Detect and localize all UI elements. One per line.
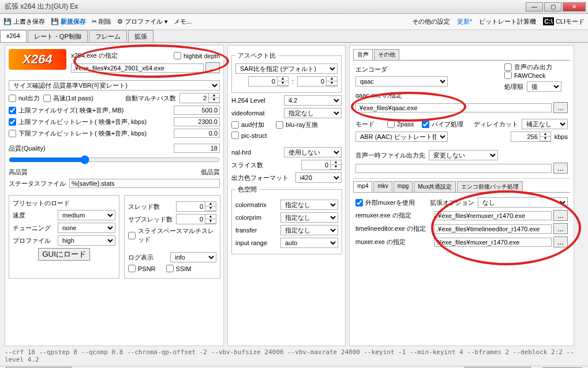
cli-mode-link[interactable]: C:\ CLIモード [543, 17, 585, 26]
minimize-button[interactable]: — [526, 2, 543, 12]
thread-stepper[interactable]: ▴▾ [176, 201, 216, 212]
stats-label: ステータスファイル [9, 179, 66, 188]
nul-output-checkbox[interactable]: nul出力 [9, 94, 40, 103]
delay-label: ディレイカット [474, 120, 518, 129]
aspect-title: アスペクト比 [235, 51, 278, 60]
low-bitrate-checkbox[interactable]: 下限ファイルビットレート( 映像+音声, kbps) [9, 129, 147, 138]
bluray-checkbox[interactable]: blu-ray互換 [276, 121, 318, 129]
colormatrix-select[interactable]: 指定なし [280, 200, 338, 210]
extopt-select[interactable]: なし [478, 197, 568, 208]
tuning-select[interactable]: none [58, 223, 115, 233]
tab-mux-common[interactable]: Mux共通設定 [414, 181, 456, 192]
encoder-select[interactable]: qaac [355, 76, 448, 87]
titlebar: 拡張 x264 出力(GUI) Ex — ▢ ✕ [0, 0, 588, 14]
quality-input[interactable] [174, 144, 220, 153]
close-button[interactable]: ✕ [563, 2, 586, 12]
tmpaudio-select[interactable]: 変更しない [429, 150, 498, 160]
x264exe-browse-button[interactable]: ... [205, 62, 220, 73]
twopass-checkbox[interactable]: 2pass [387, 121, 414, 128]
transfer-select[interactable]: 指定なし [280, 225, 338, 235]
tab-frame[interactable]: フレーム [89, 30, 127, 42]
muxer-input[interactable] [434, 238, 552, 247]
tab-x264[interactable]: x264 [0, 30, 27, 42]
pipe-checkbox[interactable]: パイプ処理 [422, 120, 463, 129]
subthread-label: サブスレッド数 [128, 215, 173, 224]
inputrange-select[interactable]: auto [280, 238, 338, 248]
quality-label: 品質(Quality) [9, 144, 46, 153]
slice-thread-checkbox[interactable]: スライスベースマルチスレッド [128, 227, 216, 244]
new-save-button[interactable]: 💾 新規保存 [51, 17, 86, 26]
order-select[interactable]: 後 [527, 81, 561, 92]
memo-button[interactable]: メモ... [174, 17, 192, 26]
fast-1stpass-checkbox[interactable]: 高速(1st pass) [43, 94, 93, 103]
tab-mpg[interactable]: mpg [394, 181, 413, 192]
speed-label: 速度 [13, 211, 54, 220]
tab-mp4[interactable]: mp4 [353, 181, 372, 192]
log-select[interactable]: info [170, 252, 216, 262]
cap-filesize-checkbox[interactable]: 上限ファイルサイズ( 映像+音声, MB) [9, 106, 123, 115]
tab-batch[interactable]: エンコ前後バッチ処理 [457, 181, 523, 192]
x264exe-input[interactable] [71, 63, 204, 73]
nalhrd-select[interactable]: 使用しない [284, 147, 342, 157]
slice-stepper[interactable]: ▴▾ [301, 160, 342, 170]
other-settings-link[interactable]: その他の設定 [412, 17, 450, 26]
remuxer-label: remuxer.exe の指定 [355, 211, 430, 220]
quality-slider[interactable] [9, 155, 220, 164]
stats-input[interactable] [69, 179, 220, 188]
highbit-checkbox[interactable]: highbit depth [174, 52, 220, 59]
tleditor-browse-button[interactable]: ... [553, 223, 568, 234]
cap-filesize-input[interactable] [174, 106, 220, 115]
nalhrd-label: nal-hrd [231, 149, 273, 156]
auto-multipass-stepper[interactable]: ▴▾ [179, 93, 220, 103]
sar-y-stepper[interactable]: ▴▾ [297, 76, 338, 87]
aud-checkbox[interactable]: aud付加 [231, 121, 264, 129]
qaacexe-browse-button[interactable]: ... [553, 102, 568, 113]
tab-ext[interactable]: 拡張 [128, 30, 153, 42]
h264-level-select[interactable]: 4.2 [284, 95, 342, 106]
profile-select[interactable]: high [58, 235, 115, 246]
rate-mode-select[interactable]: サイズ確認付 品質基準VBR(可変レート) [9, 80, 220, 91]
tmpaudio-label: 音声一時ファイル出力先 [355, 151, 425, 160]
remuxer-browse-button[interactable]: ... [553, 210, 568, 221]
tmpaudio-path-input[interactable] [355, 164, 552, 173]
remuxer-input[interactable] [434, 211, 552, 220]
aac-bitrate-stepper[interactable]: ▴▾ [511, 132, 551, 142]
delay-select[interactable]: 補正なし [522, 119, 568, 129]
tab-audio[interactable]: 音声 [353, 49, 373, 60]
low-bitrate-input[interactable] [174, 129, 220, 138]
tab-rate-qp[interactable]: レート・QP制御 [28, 30, 88, 42]
sar-x-stepper[interactable]: ▴▾ [248, 76, 289, 87]
videoformat-select[interactable]: 指定なし [284, 108, 342, 118]
tleditor-input[interactable] [434, 224, 552, 234]
tab-other[interactable]: その他 [374, 49, 399, 60]
psnr-checkbox[interactable]: PSNR [128, 265, 156, 272]
tmpaudio-browse-button[interactable]: ... [553, 163, 568, 174]
outcolor-select[interactable]: i420 [295, 172, 342, 183]
auto-multipass-label: 自動マルチパス数 [125, 94, 176, 103]
cap-bitrate-checkbox[interactable]: 上限ファイルビットレート( 映像+音声, kbps) [9, 118, 147, 126]
profile-label: プロファイル [13, 236, 54, 245]
subthread-stepper[interactable]: ▴▾ [176, 214, 216, 224]
picstruct-checkbox[interactable]: pic-struct [231, 132, 342, 139]
audio-only-checkbox[interactable]: 音声のみ出力 [504, 63, 568, 72]
overwrite-save-button[interactable]: 💾 上書き保存 [3, 17, 45, 26]
cap-bitrate-input[interactable] [174, 117, 220, 126]
sar-mode-select[interactable]: SAR比を指定 (デフォルト) [235, 63, 338, 74]
maximize-button[interactable]: ▢ [544, 2, 561, 12]
save-icon: 💾 [3, 18, 12, 25]
gui-load-button[interactable]: GUIにロード [38, 248, 90, 261]
aac-mode-select[interactable]: ABR (AAC) ビットレート指定 [355, 132, 448, 142]
colorprim-select[interactable]: 指定なし [280, 212, 338, 223]
fawcheck-checkbox[interactable]: FAWCheck [504, 72, 568, 79]
delete-button[interactable]: ✂ 削除 [92, 17, 111, 26]
qaacexe-input[interactable] [355, 103, 552, 112]
profile-dropdown[interactable]: ⚙ プロファイル ▾ [117, 17, 168, 26]
muxer-browse-button[interactable]: ... [553, 236, 568, 247]
ext-muxer-checkbox[interactable]: 外部muxerを使用 [355, 198, 415, 207]
main-tabs: x264 レート・QP制御 フレーム 拡張 [0, 30, 588, 43]
bitrate-calc-link[interactable]: ビットレート計算機 [479, 17, 536, 26]
tab-mkv[interactable]: mkv [373, 181, 392, 192]
speed-select[interactable]: medium [58, 210, 115, 220]
ssim-checkbox[interactable]: SSIM [166, 265, 192, 272]
update-link[interactable]: 更新* [457, 17, 472, 26]
